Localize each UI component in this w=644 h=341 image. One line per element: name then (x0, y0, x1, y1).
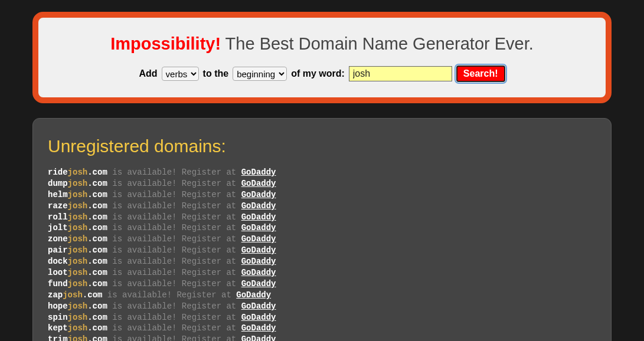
registrar-link[interactable]: GoDaddy (241, 223, 276, 232)
domain-word: josh (68, 179, 88, 188)
availability-text: is available! Register at (107, 313, 241, 322)
domain-prefix: fund (48, 279, 68, 288)
domain-word: josh (63, 290, 83, 300)
domain-word: josh (68, 301, 88, 311)
availability-text: is available! Register at (107, 268, 241, 277)
domain-word: josh (68, 323, 88, 333)
registrar-link[interactable]: GoDaddy (241, 279, 276, 288)
domain-tld: .com (87, 323, 107, 333)
domain-word: josh (68, 279, 88, 288)
word-input[interactable] (349, 66, 452, 81)
registrar-link[interactable]: GoDaddy (241, 245, 276, 255)
availability-text: is available! Register at (107, 323, 241, 333)
domain-tld: .com (87, 179, 107, 188)
availability-text: is available! Register at (107, 301, 241, 311)
domain-prefix: dock (48, 257, 68, 266)
availability-text: is available! Register at (107, 223, 241, 232)
domain-row: dumpjosh.com is available! Register at G… (48, 178, 596, 189)
registrar-link[interactable]: GoDaddy (241, 179, 276, 188)
availability-text: is available! Register at (107, 234, 241, 244)
domain-row: pairjosh.com is available! Register at G… (48, 245, 596, 256)
registrar-link[interactable]: GoDaddy (241, 335, 276, 341)
registrar-link[interactable]: GoDaddy (241, 201, 276, 211)
domain-row: spinjosh.com is available! Register at G… (48, 312, 596, 323)
domain-prefix: pair (48, 245, 68, 255)
availability-text: is available! Register at (107, 245, 241, 255)
domain-prefix: kept (48, 323, 68, 333)
domain-tld: .com (87, 268, 107, 277)
domain-row: rolljosh.com is available! Register at G… (48, 212, 596, 223)
search-button[interactable]: Search! (456, 65, 505, 82)
domain-row: helmjosh.com is available! Register at G… (48, 189, 596, 201)
search-controls: Add verbs to the beginning of my word: S… (139, 65, 505, 82)
domain-word: josh (68, 190, 88, 199)
domain-tld: .com (87, 301, 107, 311)
domain-list: ridejosh.com is available! Register at G… (48, 167, 596, 341)
availability-text: is available! Register at (107, 335, 241, 341)
domain-row: lootjosh.com is available! Register at G… (48, 267, 596, 278)
registrar-link[interactable]: GoDaddy (241, 168, 276, 177)
domain-prefix: zone (48, 234, 68, 244)
registrar-link[interactable]: GoDaddy (241, 323, 276, 333)
registrar-link[interactable]: GoDaddy (241, 301, 276, 311)
domain-prefix: loot (48, 268, 68, 277)
registrar-link[interactable]: GoDaddy (241, 313, 276, 322)
search-panel: Impossibility! The Best Domain Name Gene… (32, 12, 612, 103)
registrar-link[interactable]: GoDaddy (241, 268, 276, 277)
page-title: Impossibility! The Best Domain Name Gene… (50, 34, 594, 54)
domain-prefix: helm (48, 190, 68, 199)
domain-tld: .com (83, 290, 103, 300)
domain-row: fundjosh.com is available! Register at G… (48, 278, 596, 290)
domain-prefix: trim (48, 335, 68, 341)
of-my-word-label: of my word: (291, 68, 345, 79)
domain-prefix: roll (48, 212, 68, 222)
domain-prefix: jolt (48, 223, 68, 232)
domain-tld: .com (87, 245, 107, 255)
registrar-link[interactable]: GoDaddy (241, 212, 276, 222)
registrar-link[interactable]: GoDaddy (241, 190, 276, 199)
domain-row: hopejosh.com is available! Register at G… (48, 301, 596, 312)
word-type-select[interactable]: verbs (162, 67, 199, 81)
availability-text: is available! Register at (107, 201, 241, 211)
registrar-link[interactable]: GoDaddy (241, 257, 276, 266)
domain-prefix: hope (48, 301, 68, 311)
availability-text: is available! Register at (107, 257, 241, 266)
domain-word: josh (68, 201, 88, 211)
domain-row: razejosh.com is available! Register at G… (48, 201, 596, 212)
domain-word: josh (68, 268, 88, 277)
domain-tld: .com (87, 212, 107, 222)
domain-word: josh (68, 257, 88, 266)
availability-text: is available! Register at (107, 190, 241, 199)
domain-row: joltjosh.com is available! Register at G… (48, 222, 596, 234)
results-heading: Unregistered domains: (48, 136, 596, 156)
availability-text: is available! Register at (107, 279, 241, 288)
domain-tld: .com (87, 335, 107, 341)
domain-word: josh (68, 168, 88, 177)
position-select[interactable]: beginning (233, 67, 287, 81)
domain-word: josh (68, 335, 88, 341)
domain-tld: .com (87, 168, 107, 177)
to-the-label: to the (203, 68, 229, 79)
domain-tld: .com (87, 313, 107, 322)
tagline: The Best Domain Name Generator Ever. (221, 34, 534, 53)
domain-row: ridejosh.com is available! Register at G… (48, 167, 596, 178)
domain-prefix: ride (48, 168, 68, 177)
domain-tld: .com (87, 279, 107, 288)
domain-tld: .com (87, 190, 107, 199)
availability-text: is available! Register at (107, 168, 241, 177)
domain-prefix: dump (48, 179, 68, 188)
domain-row: trimjosh.com is available! Register at G… (48, 334, 596, 341)
domain-word: josh (68, 234, 88, 244)
domain-row: keptjosh.com is available! Register at G… (48, 323, 596, 334)
domain-tld: .com (87, 234, 107, 244)
registrar-link[interactable]: GoDaddy (241, 234, 276, 244)
brand-name: Impossibility! (110, 34, 221, 53)
domain-word: josh (68, 313, 88, 322)
registrar-link[interactable]: GoDaddy (236, 290, 271, 300)
availability-text: is available! Register at (107, 179, 241, 188)
domain-word: josh (68, 245, 88, 255)
domain-word: josh (68, 223, 88, 232)
results-panel: Unregistered domains: ridejosh.com is av… (32, 118, 612, 341)
domain-tld: .com (87, 257, 107, 266)
domain-row: zapjosh.com is available! Register at Go… (48, 290, 596, 301)
